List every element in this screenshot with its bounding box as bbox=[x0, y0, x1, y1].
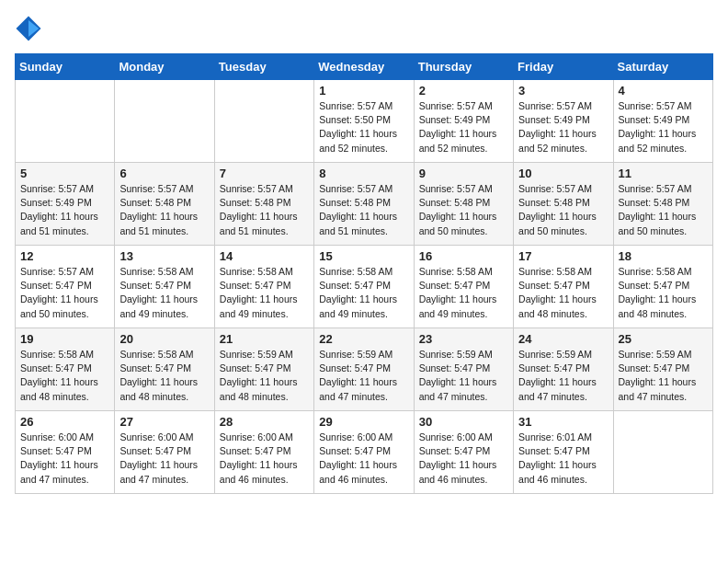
cell-info: Sunrise: 5:57 AM Sunset: 5:48 PM Dayligh… bbox=[419, 182, 508, 238]
cell-info: Sunrise: 5:58 AM Sunset: 5:47 PM Dayligh… bbox=[220, 265, 309, 321]
cell-info: Sunrise: 5:59 AM Sunset: 5:47 PM Dayligh… bbox=[319, 348, 408, 404]
logo-icon bbox=[15, 15, 42, 42]
cell-info: Sunrise: 6:00 AM Sunset: 5:47 PM Dayligh… bbox=[20, 431, 109, 487]
cell-info: Sunrise: 5:57 AM Sunset: 5:48 PM Dayligh… bbox=[119, 182, 209, 238]
calendar-week-row: 5Sunrise: 5:57 AM Sunset: 5:49 PM Daylig… bbox=[16, 163, 713, 246]
calendar-cell: 25Sunrise: 5:59 AM Sunset: 5:47 PM Dayli… bbox=[613, 328, 712, 411]
day-number: 28 bbox=[220, 415, 309, 429]
calendar-cell bbox=[16, 80, 115, 163]
calendar-header-tuesday: Tuesday bbox=[214, 54, 313, 80]
calendar-cell: 15Sunrise: 5:58 AM Sunset: 5:47 PM Dayli… bbox=[314, 246, 414, 328]
day-number: 31 bbox=[518, 415, 608, 429]
calendar-cell: 17Sunrise: 5:58 AM Sunset: 5:47 PM Dayli… bbox=[514, 246, 613, 328]
cell-info: Sunrise: 5:57 AM Sunset: 5:49 PM Dayligh… bbox=[20, 182, 109, 238]
calendar-cell: 2Sunrise: 5:57 AM Sunset: 5:49 PM Daylig… bbox=[414, 80, 513, 163]
day-number: 8 bbox=[319, 167, 408, 180]
logo bbox=[15, 15, 46, 42]
cell-info: Sunrise: 5:59 AM Sunset: 5:47 PM Dayligh… bbox=[518, 348, 608, 404]
cell-info: Sunrise: 5:57 AM Sunset: 5:49 PM Dayligh… bbox=[518, 99, 608, 155]
calendar-cell bbox=[214, 80, 313, 163]
calendar-week-row: 1Sunrise: 5:57 AM Sunset: 5:50 PM Daylig… bbox=[16, 80, 713, 163]
cell-info: Sunrise: 5:58 AM Sunset: 5:47 PM Dayligh… bbox=[119, 348, 209, 404]
day-number: 4 bbox=[619, 84, 708, 98]
calendar-cell: 13Sunrise: 5:58 AM Sunset: 5:47 PM Dayli… bbox=[115, 246, 214, 328]
calendar-cell bbox=[613, 411, 712, 494]
cell-info: Sunrise: 5:58 AM Sunset: 5:47 PM Dayligh… bbox=[119, 265, 209, 321]
day-number: 1 bbox=[319, 84, 408, 98]
calendar-cell: 16Sunrise: 5:58 AM Sunset: 5:47 PM Dayli… bbox=[414, 246, 513, 328]
day-number: 18 bbox=[619, 249, 708, 263]
calendar-header-sunday: Sunday bbox=[16, 54, 115, 80]
calendar-header-thursday: Thursday bbox=[414, 54, 513, 80]
calendar-cell: 1Sunrise: 5:57 AM Sunset: 5:50 PM Daylig… bbox=[314, 80, 414, 163]
day-number: 16 bbox=[419, 249, 508, 263]
day-number: 12 bbox=[20, 249, 109, 263]
cell-info: Sunrise: 5:58 AM Sunset: 5:47 PM Dayligh… bbox=[419, 265, 508, 321]
cell-info: Sunrise: 5:57 AM Sunset: 5:47 PM Dayligh… bbox=[20, 265, 109, 321]
day-number: 10 bbox=[518, 167, 608, 180]
calendar-header-monday: Monday bbox=[115, 54, 214, 80]
cell-info: Sunrise: 5:59 AM Sunset: 5:47 PM Dayligh… bbox=[220, 348, 309, 404]
calendar-body: 1Sunrise: 5:57 AM Sunset: 5:50 PM Daylig… bbox=[16, 80, 713, 494]
calendar-week-row: 26Sunrise: 6:00 AM Sunset: 5:47 PM Dayli… bbox=[16, 411, 713, 494]
calendar-header-wednesday: Wednesday bbox=[314, 54, 414, 80]
calendar-cell: 14Sunrise: 5:58 AM Sunset: 5:47 PM Dayli… bbox=[214, 246, 313, 328]
day-number: 3 bbox=[518, 84, 608, 98]
day-number: 5 bbox=[20, 167, 109, 180]
day-number: 23 bbox=[419, 332, 508, 346]
day-number: 2 bbox=[419, 84, 508, 98]
cell-info: Sunrise: 5:57 AM Sunset: 5:50 PM Dayligh… bbox=[319, 99, 408, 155]
calendar-cell: 4Sunrise: 5:57 AM Sunset: 5:49 PM Daylig… bbox=[613, 80, 712, 163]
day-number: 9 bbox=[419, 167, 508, 180]
cell-info: Sunrise: 5:58 AM Sunset: 5:47 PM Dayligh… bbox=[319, 265, 408, 321]
cell-info: Sunrise: 6:00 AM Sunset: 5:47 PM Dayligh… bbox=[119, 431, 209, 487]
cell-info: Sunrise: 5:57 AM Sunset: 5:49 PM Dayligh… bbox=[619, 99, 708, 155]
day-number: 29 bbox=[319, 415, 408, 429]
calendar-cell: 9Sunrise: 5:57 AM Sunset: 5:48 PM Daylig… bbox=[414, 163, 513, 246]
cell-info: Sunrise: 5:57 AM Sunset: 5:48 PM Dayligh… bbox=[518, 182, 608, 238]
calendar-week-row: 12Sunrise: 5:57 AM Sunset: 5:47 PM Dayli… bbox=[16, 246, 713, 328]
calendar-cell: 12Sunrise: 5:57 AM Sunset: 5:47 PM Dayli… bbox=[16, 246, 115, 328]
day-number: 19 bbox=[20, 332, 109, 346]
calendar-cell: 26Sunrise: 6:00 AM Sunset: 5:47 PM Dayli… bbox=[16, 411, 115, 494]
calendar-cell: 7Sunrise: 5:57 AM Sunset: 5:48 PM Daylig… bbox=[214, 163, 313, 246]
cell-info: Sunrise: 5:59 AM Sunset: 5:47 PM Dayligh… bbox=[419, 348, 508, 404]
calendar-cell: 21Sunrise: 5:59 AM Sunset: 5:47 PM Dayli… bbox=[214, 328, 313, 411]
calendar-cell: 8Sunrise: 5:57 AM Sunset: 5:48 PM Daylig… bbox=[314, 163, 414, 246]
day-number: 21 bbox=[220, 332, 309, 346]
calendar-cell: 19Sunrise: 5:58 AM Sunset: 5:47 PM Dayli… bbox=[16, 328, 115, 411]
day-number: 14 bbox=[220, 249, 309, 263]
calendar-cell: 29Sunrise: 6:00 AM Sunset: 5:47 PM Dayli… bbox=[314, 411, 414, 494]
day-number: 17 bbox=[518, 249, 608, 263]
calendar-cell: 3Sunrise: 5:57 AM Sunset: 5:49 PM Daylig… bbox=[514, 80, 613, 163]
calendar-cell: 5Sunrise: 5:57 AM Sunset: 5:49 PM Daylig… bbox=[16, 163, 115, 246]
calendar-cell: 24Sunrise: 5:59 AM Sunset: 5:47 PM Dayli… bbox=[514, 328, 613, 411]
cell-info: Sunrise: 6:01 AM Sunset: 5:47 PM Dayligh… bbox=[518, 431, 608, 487]
cell-info: Sunrise: 6:00 AM Sunset: 5:47 PM Dayligh… bbox=[220, 431, 309, 487]
day-number: 20 bbox=[119, 332, 209, 346]
cell-info: Sunrise: 5:58 AM Sunset: 5:47 PM Dayligh… bbox=[518, 265, 608, 321]
cell-info: Sunrise: 5:59 AM Sunset: 5:47 PM Dayligh… bbox=[619, 348, 708, 404]
calendar-cell: 22Sunrise: 5:59 AM Sunset: 5:47 PM Dayli… bbox=[314, 328, 414, 411]
calendar-header-saturday: Saturday bbox=[613, 54, 712, 80]
day-number: 13 bbox=[119, 249, 209, 263]
day-number: 26 bbox=[20, 415, 109, 429]
calendar-cell: 20Sunrise: 5:58 AM Sunset: 5:47 PM Dayli… bbox=[115, 328, 214, 411]
day-number: 6 bbox=[119, 167, 209, 180]
day-number: 25 bbox=[619, 332, 708, 346]
cell-info: Sunrise: 6:00 AM Sunset: 5:47 PM Dayligh… bbox=[319, 431, 408, 487]
cell-info: Sunrise: 5:57 AM Sunset: 5:48 PM Dayligh… bbox=[619, 182, 708, 238]
cell-info: Sunrise: 6:00 AM Sunset: 5:47 PM Dayligh… bbox=[419, 431, 508, 487]
day-number: 22 bbox=[319, 332, 408, 346]
calendar-cell: 11Sunrise: 5:57 AM Sunset: 5:48 PM Dayli… bbox=[613, 163, 712, 246]
calendar-cell: 31Sunrise: 6:01 AM Sunset: 5:47 PM Dayli… bbox=[514, 411, 613, 494]
calendar-cell: 23Sunrise: 5:59 AM Sunset: 5:47 PM Dayli… bbox=[414, 328, 513, 411]
day-number: 11 bbox=[619, 167, 708, 180]
day-number: 24 bbox=[518, 332, 608, 346]
calendar-header-friday: Friday bbox=[514, 54, 613, 80]
cell-info: Sunrise: 5:57 AM Sunset: 5:48 PM Dayligh… bbox=[319, 182, 408, 238]
page-header bbox=[15, 15, 713, 42]
calendar-table: SundayMondayTuesdayWednesdayThursdayFrid… bbox=[15, 53, 713, 494]
day-number: 7 bbox=[220, 167, 309, 180]
calendar-cell: 30Sunrise: 6:00 AM Sunset: 5:47 PM Dayli… bbox=[414, 411, 513, 494]
